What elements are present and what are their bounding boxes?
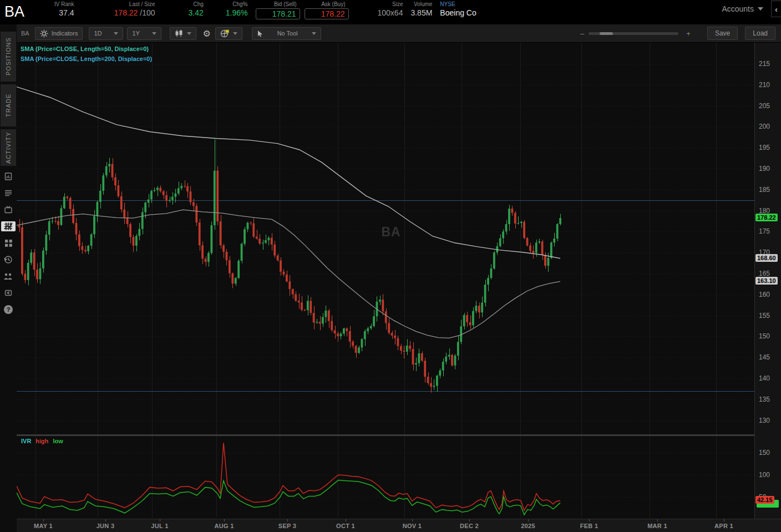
chevron-down-icon — [312, 32, 316, 35]
tool-select[interactable]: No Tool — [252, 27, 321, 40]
ivr-high-label: high — [36, 438, 48, 444]
price-tick-label: 185 — [759, 186, 770, 194]
tab-activity[interactable]: ACTIVITY — [1, 129, 16, 166]
ask-label: Ask (Buy) — [321, 1, 348, 8]
time-tick-label: NOV 1 — [403, 523, 422, 529]
time-tick — [657, 519, 658, 521]
timeframe-select[interactable]: 1D — [89, 27, 123, 40]
price-tick-label: 200 — [759, 123, 770, 130]
ivr-tick-label: 100 — [759, 471, 770, 479]
price-chart-canvas[interactable] — [17, 43, 754, 519]
price-tick-label: 190 — [759, 165, 770, 173]
help-icon[interactable]: ? — [1, 305, 16, 315]
time-tick-label: JUL 1 — [151, 523, 168, 529]
iv-rank-label: IV Rank — [54, 1, 74, 8]
price-axis[interactable]: 2152102052001951901851801751701651601551… — [754, 43, 781, 519]
replay-icon[interactable] — [1, 288, 16, 298]
grid-icon[interactable] — [1, 238, 16, 248]
indicators-button[interactable]: Indicators — [35, 27, 83, 40]
iv-rank-field: IV Rank 37.4 — [54, 0, 74, 18]
tab-trade[interactable]: TRADE — [1, 84, 16, 126]
ask-field: Ask (Buy) 178.22 — [305, 0, 349, 19]
company-name: Boeing Co — [440, 8, 476, 18]
time-tick-label: MAY 1 — [34, 523, 53, 529]
question-mark-glyph: ? — [4, 305, 13, 314]
zoom-in-button[interactable]: + — [678, 29, 695, 38]
chevron-down-icon — [114, 32, 118, 35]
ivr-low-label: low — [53, 438, 63, 444]
price-tick-label: 140 — [759, 374, 770, 382]
study-legend: SMA (Price=CLOSE, Length=50, Displace=0)… — [21, 44, 152, 64]
toolbar-symbol: BA — [21, 30, 29, 37]
range-select[interactable]: 1Y — [127, 27, 161, 40]
chevron-down-icon — [187, 32, 191, 35]
price-tick-label: 155 — [759, 312, 770, 320]
last-size-label: Last / Size — [129, 1, 155, 8]
journal-icon[interactable] — [1, 171, 16, 181]
time-tick — [346, 519, 346, 521]
price-badge: 163.10 — [755, 277, 778, 285]
volume-label: Volume — [414, 1, 432, 8]
zoom-out-button[interactable]: – — [576, 29, 589, 38]
time-tick-label: JUN 3 — [97, 523, 115, 529]
price-tick-label: 130 — [759, 417, 770, 424]
size-label: Size — [392, 1, 403, 8]
chg-pct-value: 1.96% — [226, 8, 248, 18]
ivr-high-badge: 42.15 — [755, 496, 774, 504]
exchange-company: NYSE Boeing Co — [440, 0, 476, 18]
collapse-panel-button[interactable]: ‹ — [771, 1, 781, 17]
layout-button[interactable] — [215, 27, 242, 40]
time-tick — [589, 519, 590, 521]
candlestick-icon — [175, 29, 184, 37]
price-tick-label: 215 — [759, 60, 770, 68]
price-tick-label: 205 — [759, 102, 770, 110]
sma200-legend-label[interactable]: SMA (Price=CLOSE, Length=200, Displace=0… — [21, 54, 152, 64]
gear-icon[interactable]: ⚙ — [200, 28, 212, 39]
trading-platform-window: BA IV Rank 37.4 Last / Size 178.22 /100 … — [0, 0, 781, 532]
watchlist-icon[interactable] — [1, 188, 16, 198]
tv-icon[interactable] — [1, 205, 16, 215]
save-button[interactable]: Save — [707, 27, 738, 40]
chg-value: 3.42 — [189, 8, 204, 18]
ivr-title[interactable]: IVR — [21, 438, 31, 444]
bid-label: Bid (Sell) — [274, 1, 300, 8]
time-axis[interactable]: MAY 1JUN 3JUL 1AUG 1SEP 3OCT 1NOV 1DEC 2… — [17, 519, 781, 532]
price-tick-label: 145 — [759, 353, 770, 361]
history-icon[interactable] — [1, 255, 16, 265]
time-tick-label: FEB 1 — [580, 523, 599, 529]
chart-icon[interactable] — [1, 221, 16, 231]
indicators-burst-icon — [40, 29, 48, 38]
price-tick-label: 210 — [759, 81, 770, 89]
accounts-dropdown[interactable]: Accounts — [722, 4, 763, 13]
time-tick — [469, 519, 470, 521]
zoom-slider[interactable] — [589, 32, 678, 35]
tab-positions[interactable]: POSITIONS — [1, 32, 16, 82]
quote-header: BA IV Rank 37.4 Last / Size 178.22 /100 … — [0, 0, 781, 24]
accounts-label: Accounts — [722, 4, 754, 13]
price-tick-label: 160 — [759, 291, 770, 298]
price-badge: 168.60 — [755, 254, 778, 262]
cursor-icon — [257, 30, 263, 37]
ivr-legend: IVRhighlow — [21, 438, 68, 444]
last-size-value: 178.22 /100 — [114, 8, 155, 18]
left-sidebar: POSITIONS TRADE ACTIVITY — [0, 24, 17, 532]
time-tick — [412, 519, 413, 521]
tool-value: No Tool — [277, 30, 298, 37]
price-tick-label: 135 — [759, 396, 770, 403]
time-tick — [160, 519, 160, 521]
timeframe-value: 1D — [94, 30, 102, 37]
chg-pct-field: Chg% 1.96% — [226, 0, 248, 18]
time-tick-label: AUG 1 — [214, 523, 234, 529]
symbol-title: BA — [0, 0, 43, 21]
zoom-slider-handle[interactable] — [600, 32, 613, 35]
follow-icon[interactable] — [1, 271, 16, 281]
chart-type-button[interactable] — [170, 27, 196, 40]
volume-value: 3.85M — [410, 8, 432, 18]
ask-button[interactable]: 178.22 — [305, 8, 349, 19]
sma50-legend-label[interactable]: SMA (Price=CLOSE, Length=50, Displace=0) — [21, 44, 152, 54]
chevron-down-icon — [152, 32, 156, 35]
bid-field: Bid (Sell) 178.21 — [256, 0, 300, 19]
bid-button[interactable]: 178.21 — [256, 8, 300, 19]
time-tick — [43, 519, 44, 521]
load-button[interactable]: Load — [745, 27, 775, 40]
